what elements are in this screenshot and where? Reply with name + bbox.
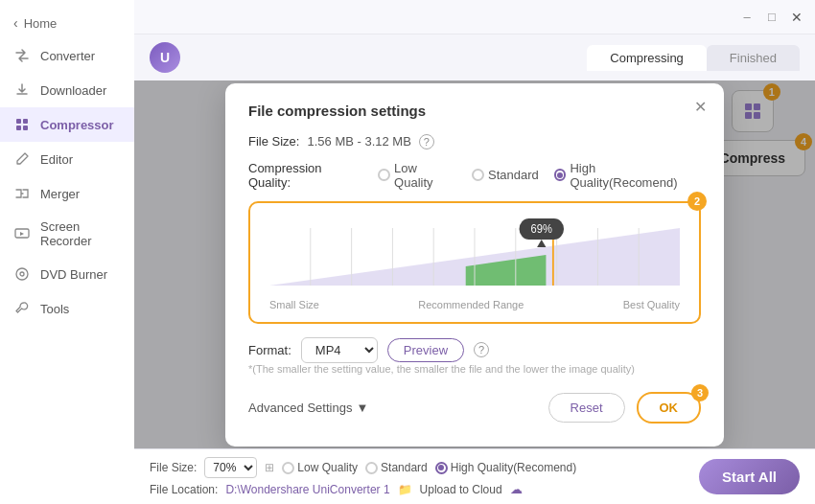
file-size-help-icon[interactable]: ? [419, 134, 434, 149]
tab-compressing[interactable]: Compressing [587, 45, 707, 71]
chart-step-badge: 2 [687, 192, 707, 211]
bottom-quality-standard[interactable]: Standard [365, 461, 428, 474]
chart-labels: Small Size Recommended Range Best Qualit… [269, 299, 680, 310]
modal-dialog: ✕ File compression settings File Size: 1… [225, 83, 724, 447]
radio-low [378, 169, 390, 181]
file-size-select[interactable]: 70% 50% 80% 90% [204, 457, 257, 478]
compression-quality-label: Compression Quality: [248, 161, 362, 190]
bottom-bar: File Size: 70% 50% 80% 90% ⊞ Low Quality… [134, 448, 815, 504]
converter-icon [13, 47, 31, 64]
editor-icon [13, 150, 31, 168]
file-size-row: File Size: 1.56 MB - 3.12 MB ? [248, 134, 701, 149]
file-location-row: File Location: D:\Wondershare UniConvert… [150, 482, 684, 496]
quality-option-low[interactable]: Low Quality [378, 161, 456, 190]
note-text: *(The smaller the setting value, the sma… [248, 363, 701, 375]
content-area: 1 4 Compress ✕ File compression settings [134, 80, 815, 448]
tab-finished[interactable]: Finished [707, 45, 800, 71]
home-label: Home [24, 16, 58, 31]
file-location-value[interactable]: D:\Wondershare UniConverter 1 [225, 483, 389, 496]
best-quality-label: Best Quality [623, 299, 680, 310]
sidebar-item-dvd-burner[interactable]: DVD Burner [0, 257, 134, 291]
modal-footer: Advanced Settings ▼ Reset 3 OK [248, 392, 701, 424]
preview-button[interactable]: Preview [387, 338, 464, 362]
recommended-label: Recommended Range [418, 299, 524, 310]
top-area: U Compressing Finished [134, 34, 815, 80]
file-location-label: File Location: [150, 483, 218, 496]
screen-recorder-label: Screen Recorder [40, 219, 121, 248]
svg-rect-2 [16, 126, 21, 130]
ok-button[interactable]: 3 OK [637, 392, 702, 424]
sidebar-item-merger[interactable]: Merger [0, 176, 134, 211]
converter-label: Converter [40, 49, 95, 63]
radio-high [554, 169, 567, 181]
ok-step-badge: 3 [691, 384, 709, 401]
format-label: Format: [248, 343, 291, 357]
compress-small-icon: ⊞ [265, 461, 274, 474]
close-window-button[interactable]: ✕ [788, 9, 805, 26]
quality-option-standard[interactable]: Standard [472, 168, 539, 182]
main-area: – □ ✕ U Compressing Finished 1 [134, 0, 815, 504]
sidebar-item-tools[interactable]: Tools [0, 291, 134, 326]
app-logo: U [150, 42, 180, 73]
chevron-down-icon: ▼ [356, 401, 368, 415]
bottom-radio-low [282, 462, 294, 474]
svg-rect-1 [23, 119, 28, 124]
sidebar-item-screen-recorder[interactable]: Screen Recorder [0, 211, 134, 257]
sidebar-item-converter[interactable]: Converter [0, 38, 134, 73]
editor-label: Editor [40, 152, 73, 167]
compressor-label: Compressor [40, 118, 114, 132]
bottom-radio-high [435, 462, 448, 474]
chart-area[interactable]: 69% [269, 218, 680, 295]
reset-button[interactable]: Reset [548, 393, 625, 423]
format-help-icon[interactable]: ? [474, 342, 489, 357]
file-size-label: File Size: [248, 134, 299, 149]
tools-label: Tools [40, 302, 69, 316]
bottom-quality-high[interactable]: High Quality(Recomend) [435, 461, 576, 474]
modal-overlay: ✕ File compression settings File Size: 1… [134, 80, 815, 448]
folder-icon[interactable]: 📁 [398, 483, 412, 496]
tools-icon [13, 300, 31, 317]
svg-rect-0 [16, 119, 21, 124]
sidebar: ‹ Home Converter Downloader Compresso [0, 0, 134, 504]
svg-marker-25 [537, 240, 546, 247]
maximize-button[interactable]: □ [763, 9, 780, 26]
advanced-settings[interactable]: Advanced Settings ▼ [248, 401, 368, 415]
tab-bar: Compressing Finished [587, 45, 800, 71]
file-size-bottom-row: File Size: 70% 50% 80% 90% ⊞ Low Quality… [150, 457, 684, 478]
bottom-file-size-label: File Size: [150, 461, 197, 474]
dvd-burner-label: DVD Burner [40, 267, 107, 282]
bottom-radio-standard [365, 462, 378, 474]
bottom-quality-low[interactable]: Low Quality [282, 461, 358, 474]
compressor-icon [13, 116, 31, 133]
start-all-button[interactable]: Start All [699, 459, 800, 494]
quality-option-high[interactable]: High Quality(Recomend) [554, 161, 701, 190]
sidebar-item-downloader[interactable]: Downloader [0, 73, 134, 107]
dvd-burner-icon [13, 265, 31, 283]
minimize-button[interactable]: – [738, 9, 756, 26]
radio-standard [472, 169, 484, 181]
file-size-value: 1.56 MB - 3.12 MB [307, 134, 410, 149]
cloud-icon[interactable]: ☁ [510, 482, 523, 496]
titlebar: – □ ✕ [134, 0, 815, 34]
svg-point-5 [16, 268, 28, 280]
small-size-label: Small Size [269, 299, 319, 310]
format-select[interactable]: MP4 MOV AVI MKV WMV [301, 337, 378, 363]
merger-label: Merger [40, 187, 80, 201]
svg-text:69%: 69% [531, 222, 552, 234]
svg-rect-3 [23, 126, 28, 130]
modal-close-button[interactable]: ✕ [689, 97, 710, 118]
logo-area: U [150, 42, 180, 73]
modal-title: File compression settings [248, 103, 701, 119]
screen-recorder-icon [13, 225, 31, 242]
compression-quality-row: Compression Quality: Low Quality Standar… [248, 161, 701, 190]
bottom-left: File Size: 70% 50% 80% 90% ⊞ Low Quality… [150, 457, 684, 496]
chart-container: 2 [248, 201, 701, 324]
merger-icon [13, 185, 31, 202]
upload-cloud-label: Upload to Cloud [420, 483, 502, 496]
back-arrow-icon: ‹ [13, 15, 18, 31]
sidebar-item-editor[interactable]: Editor [0, 142, 134, 176]
svg-point-6 [20, 272, 24, 276]
sidebar-back-home[interactable]: ‹ Home [0, 8, 134, 38]
sidebar-item-compressor[interactable]: Compressor [0, 107, 134, 142]
downloader-icon [13, 81, 31, 99]
